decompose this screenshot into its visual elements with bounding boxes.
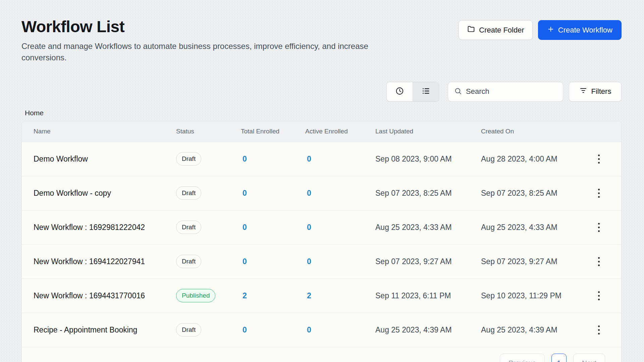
table-row[interactable]: Demo Workflow - copyDraft00Sep 07 2023, … [22, 176, 621, 210]
create-folder-label: Create Folder [479, 26, 524, 35]
created-on-value: Sep 07 2023, 8:25 AM [481, 189, 592, 198]
table-row[interactable]: New Workflow : 1694431770016Published22S… [22, 279, 621, 313]
workflow-name[interactable]: Recipe - Appointment Booking [34, 325, 176, 335]
column-header-active-enrolled: Active Enrolled [305, 128, 375, 135]
last-updated-value: Aug 25 2023, 4:33 AM [375, 223, 481, 232]
created-on-value: Aug 28 2023, 4:00 AM [481, 155, 592, 164]
page-header: Workflow List Create and manage Workflow… [21, 18, 622, 63]
total-enrolled-value[interactable]: 0 [241, 189, 305, 198]
column-header-total-enrolled: Total Enrolled [241, 128, 305, 135]
pagination: Previous 1 Next [22, 347, 621, 362]
last-updated-value: Sep 08 2023, 9:00 AM [375, 155, 481, 164]
status-badge: Draft [176, 186, 201, 200]
status-cell: Draft [176, 255, 241, 268]
filter-lines-icon [579, 86, 587, 97]
created-on-value: Aug 25 2023, 4:39 AM [481, 325, 592, 335]
status-badge: Draft [176, 221, 201, 234]
kebab-menu-icon[interactable] [592, 220, 605, 235]
kebab-menu-icon[interactable] [592, 254, 605, 269]
workflow-list-page: Workflow List Create and manage Workflow… [0, 18, 644, 362]
row-actions-cell [592, 254, 621, 269]
workflow-name[interactable]: New Workflow : 1694122027941 [34, 257, 176, 266]
status-badge: Draft [176, 152, 201, 166]
table-header-row: NameStatusTotal EnrolledActive EnrolledL… [22, 121, 621, 142]
created-on-value: Sep 10 2023, 11:29 PM [481, 291, 592, 300]
workflow-table-card: NameStatusTotal EnrolledActive EnrolledL… [21, 121, 622, 362]
status-badge: Draft [176, 255, 201, 268]
list-icon [421, 86, 430, 97]
page-description: Create and manage Workflows to automate … [21, 41, 377, 63]
kebab-menu-icon[interactable] [592, 322, 605, 338]
create-workflow-button[interactable]: Create Workflow [538, 20, 622, 40]
search-icon [454, 87, 462, 96]
create-folder-button[interactable]: Create Folder [459, 20, 533, 40]
last-updated-value: Aug 25 2023, 4:39 AM [375, 325, 481, 335]
row-actions-cell [592, 288, 621, 303]
status-cell: Published [176, 289, 241, 302]
plus-icon [547, 25, 554, 35]
search-input[interactable] [466, 87, 557, 96]
kebab-menu-icon[interactable] [592, 185, 605, 201]
column-header-status: Status [176, 128, 241, 135]
active-enrolled-value[interactable]: 0 [305, 223, 375, 232]
kebab-menu-icon[interactable] [592, 288, 605, 303]
filters-label: Filters [591, 87, 611, 96]
header-actions: Create Folder Create Workflow [459, 20, 622, 40]
active-enrolled-value[interactable]: 0 [305, 257, 375, 266]
table-row[interactable]: Recipe - Appointment BookingDraft00Aug 2… [22, 313, 621, 347]
workflow-name[interactable]: New Workflow : 1694431770016 [34, 291, 176, 300]
last-updated-value: Sep 07 2023, 8:25 AM [375, 189, 481, 198]
page-number-button[interactable]: 1 [551, 354, 567, 362]
next-page-button[interactable]: Next [573, 354, 605, 362]
active-enrolled-value[interactable]: 0 [305, 189, 375, 198]
last-updated-value: Sep 07 2023, 9:27 AM [375, 257, 481, 266]
status-cell: Draft [176, 186, 241, 200]
total-enrolled-value[interactable]: 0 [241, 257, 305, 266]
history-view-button[interactable] [387, 82, 413, 101]
workflow-name[interactable]: New Workflow : 1692981222042 [34, 223, 176, 232]
table-row[interactable]: New Workflow : 1694122027941Draft00Sep 0… [22, 245, 621, 279]
kebab-menu-icon[interactable] [592, 151, 605, 167]
total-enrolled-value[interactable]: 0 [241, 155, 305, 164]
previous-page-button[interactable]: Previous [500, 354, 545, 362]
last-updated-value: Sep 11 2023, 6:11 PM [375, 291, 481, 300]
row-actions-cell [592, 151, 621, 167]
status-cell: Draft [176, 221, 241, 234]
breadcrumb[interactable]: Home [25, 109, 44, 117]
workflow-name[interactable]: Demo Workflow [34, 155, 176, 164]
status-badge: Published [176, 289, 215, 302]
row-actions-cell [592, 220, 621, 235]
row-actions-cell [592, 185, 621, 201]
folder-icon [467, 25, 475, 35]
active-enrolled-value[interactable]: 0 [305, 325, 375, 335]
total-enrolled-value[interactable]: 0 [241, 223, 305, 232]
workflow-name[interactable]: Demo Workflow - copy [34, 189, 176, 198]
created-on-value: Aug 25 2023, 4:33 AM [481, 223, 592, 232]
column-header-name: Name [34, 128, 176, 135]
table-row[interactable]: Demo WorkflowDraft00Sep 08 2023, 9:00 AM… [22, 142, 621, 176]
page-header-text: Workflow List Create and manage Workflow… [21, 18, 377, 63]
list-view-button[interactable] [413, 82, 439, 101]
list-toolbar: Filters [21, 82, 622, 102]
column-header-last-updated: Last Updated [375, 128, 481, 135]
row-actions-cell [592, 322, 621, 338]
search-box [448, 82, 563, 102]
create-workflow-label: Create Workflow [558, 26, 612, 35]
total-enrolled-value[interactable]: 2 [241, 291, 305, 300]
view-toggle [386, 82, 439, 102]
active-enrolled-value[interactable]: 2 [305, 291, 375, 300]
created-on-value: Sep 07 2023, 9:27 AM [481, 257, 592, 266]
filters-button[interactable]: Filters [569, 82, 622, 102]
status-cell: Draft [176, 152, 241, 166]
table-body: Demo WorkflowDraft00Sep 08 2023, 9:00 AM… [22, 142, 621, 347]
total-enrolled-value[interactable]: 0 [241, 325, 305, 335]
page-title: Workflow List [21, 18, 377, 36]
status-badge: Draft [176, 323, 201, 337]
column-header-created-on: Created On [481, 128, 592, 135]
active-enrolled-value[interactable]: 0 [305, 155, 375, 164]
table-row[interactable]: New Workflow : 1692981222042Draft00Aug 2… [22, 210, 621, 245]
status-cell: Draft [176, 323, 241, 337]
clock-icon [395, 86, 404, 97]
